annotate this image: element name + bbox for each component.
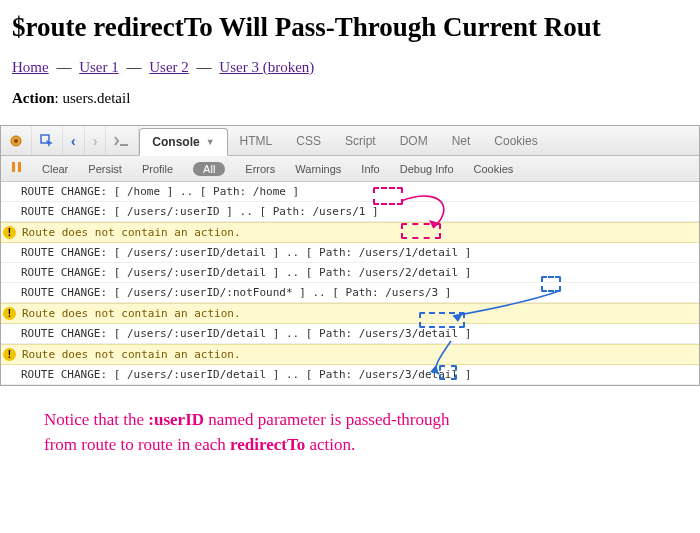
console-log-list: ROUTE CHANGE: [ /home ] .. [ Path: /home… (1, 182, 699, 385)
profile-button[interactable]: Profile (132, 163, 183, 175)
console-log-row: ROUTE CHANGE: [ /users/:userID/detail ] … (1, 365, 699, 385)
svg-point-1 (14, 139, 18, 143)
filter-cookies[interactable]: Cookies (464, 163, 524, 175)
tab-net[interactable]: Net (440, 126, 483, 155)
action-value: users.detail (62, 90, 130, 106)
clear-button[interactable]: Clear (32, 163, 78, 175)
devtools-panel: ‹ › Console▼HTMLCSSScriptDOMNetCookies C… (0, 125, 700, 386)
warning-icon: ! (3, 307, 16, 320)
filter-warnings[interactable]: Warnings (285, 163, 351, 175)
console-log-row: ROUTE CHANGE: [ /users/:userID ] .. [ Pa… (1, 202, 699, 222)
console-log-row: ROUTE CHANGE: [ /users/:userID/detail ] … (1, 263, 699, 283)
nav-separator: — (193, 59, 216, 75)
tab-cookies[interactable]: Cookies (482, 126, 549, 155)
svg-rect-3 (120, 144, 128, 146)
filter-info[interactable]: Info (351, 163, 389, 175)
console-text: ROUTE CHANGE: [ /users/:userID ] .. [ Pa… (21, 205, 379, 218)
svg-rect-4 (12, 162, 15, 172)
command-line-icon[interactable] (106, 126, 139, 155)
tab-dom[interactable]: DOM (388, 126, 440, 155)
console-text: Route does not contain an action. (22, 307, 241, 320)
tab-console[interactable]: Console▼ (139, 128, 227, 156)
handwritten-annotation: Notice that the :userID named parameter … (0, 386, 700, 481)
pause-icon[interactable] (1, 161, 32, 176)
console-subbar: ClearPersistProfile AllErrorsWarningsInf… (1, 156, 699, 182)
filter-errors[interactable]: Errors (235, 163, 285, 175)
chevron-down-icon: ▼ (206, 137, 215, 147)
warning-icon: ! (3, 226, 16, 239)
console-warning-row: !Route does not contain an action. (1, 344, 699, 365)
nav-link[interactable]: User 3 (broken) (219, 59, 314, 75)
console-text: Route does not contain an action. (22, 348, 241, 361)
annotation-box-pink-2 (401, 223, 441, 239)
svg-rect-5 (18, 162, 21, 172)
action-label: Action (12, 90, 55, 106)
breadcrumb: Home — User 1 — User 2 — User 3 (broken) (12, 59, 688, 76)
devtools-toolbar: ‹ › Console▼HTMLCSSScriptDOMNetCookies (1, 126, 699, 156)
console-text: ROUTE CHANGE: [ /users/:userID/detail ] … (21, 266, 471, 279)
nav-link[interactable]: User 2 (149, 59, 189, 75)
console-text: ROUTE CHANGE: [ /users/:userID/detail ] … (21, 246, 471, 259)
nav-link[interactable]: Home (12, 59, 49, 75)
annotation-box-blue-1 (541, 276, 561, 292)
annotation-box-blue-2 (419, 312, 465, 328)
console-log-row: ROUTE CHANGE: [ /users/:userID/detail ] … (1, 243, 699, 263)
tab-html[interactable]: HTML (228, 126, 285, 155)
console-warning-row: !Route does not contain an action. (1, 222, 699, 243)
page-title: $route redirectTo Will Pass-Through Curr… (12, 12, 688, 43)
console-text: ROUTE CHANGE: [ /users/:userID/detail ] … (21, 327, 471, 340)
filter-all[interactable]: All (183, 163, 235, 175)
console-text: ROUTE CHANGE: [ /users/:userID/:notFound… (21, 286, 451, 299)
action-line: Action: users.detail (12, 90, 688, 107)
firebug-icon[interactable] (1, 126, 32, 155)
forward-button[interactable]: › (85, 126, 107, 155)
console-text: ROUTE CHANGE: [ /users/:userID/detail ] … (21, 368, 471, 381)
tab-css[interactable]: CSS (284, 126, 333, 155)
inspect-icon[interactable] (32, 126, 63, 155)
console-log-row: ROUTE CHANGE: [ /home ] .. [ Path: /home… (1, 182, 699, 202)
nav-link[interactable]: User 1 (79, 59, 119, 75)
console-log-row: ROUTE CHANGE: [ /users/:userID/:notFound… (1, 283, 699, 303)
console-log-row: ROUTE CHANGE: [ /users/:userID/detail ] … (1, 324, 699, 344)
persist-button[interactable]: Persist (78, 163, 132, 175)
console-text: ROUTE CHANGE: [ /home ] .. [ Path: /home… (21, 185, 299, 198)
nav-separator: — (53, 59, 76, 75)
back-button[interactable]: ‹ (63, 126, 85, 155)
annotation-box-blue-3 (439, 365, 457, 380)
tab-script[interactable]: Script (333, 126, 388, 155)
console-warning-row: !Route does not contain an action. (1, 303, 699, 324)
filter-debug-info[interactable]: Debug Info (390, 163, 464, 175)
annotation-box-pink-1 (373, 187, 403, 205)
warning-icon: ! (3, 348, 16, 361)
console-text: Route does not contain an action. (22, 226, 241, 239)
nav-separator: — (123, 59, 146, 75)
